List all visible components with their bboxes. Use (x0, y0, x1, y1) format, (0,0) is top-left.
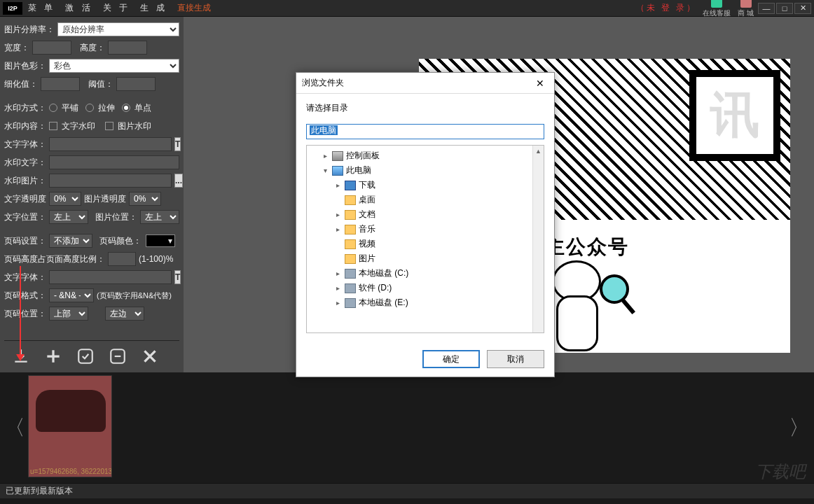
expand-icon[interactable]: ▸ (333, 211, 342, 218)
pg-font-label: 文字字体： (4, 272, 46, 284)
font-input[interactable] (49, 137, 172, 151)
fine-input[interactable] (41, 77, 80, 91)
thumbnail-caption: u=1579462686, 36222013 (30, 468, 112, 475)
tree-node-label: 本地磁盘 (E:) (359, 297, 408, 309)
colormode-label: 图片色彩： (4, 60, 46, 72)
tree-node-label: 软件 (D:) (359, 282, 392, 294)
menu-item[interactable]: 关 于 (103, 2, 130, 14)
deselect-button[interactable] (108, 346, 127, 366)
img-pos-select[interactable]: 左上 (140, 210, 179, 224)
folder-icon (345, 284, 356, 293)
select-all-button[interactable] (76, 346, 95, 366)
sidebar-toolbar (4, 340, 179, 368)
thumbnail-item[interactable]: u=1579462686, 36222013 (28, 375, 112, 477)
menu-direct-generate[interactable]: 直接生成 (177, 2, 211, 14)
minimize-button[interactable]: — (758, 3, 775, 14)
folder-icon (332, 166, 343, 176)
wm-single-radio[interactable] (122, 104, 130, 112)
folder-icon (345, 225, 356, 234)
next-arrow-icon[interactable]: 〉 (790, 400, 808, 456)
logo-char: 讯 (689, 70, 780, 161)
pg-pos-v-select[interactable]: 上部 (49, 307, 88, 321)
dialog-close-icon[interactable]: ✕ (532, 76, 549, 90)
page-set-select[interactable]: 不添加 (49, 234, 92, 248)
tree-node-label: 此电脑 (346, 164, 371, 176)
img-opacity-label: 图片透明度 (84, 193, 126, 205)
tree-node-label: 文档 (359, 209, 375, 220)
width-label: 宽度： (4, 42, 29, 54)
browse-folder-dialog: 浏览文件夹✕ 请选择目录 此电脑 ▲ ▸控制面板▾此电脑▸下载桌面▸文档▸音乐视… (296, 72, 555, 377)
resolution-label: 图片分辨率： (4, 24, 55, 36)
txt-opacity-select[interactable]: 0% (49, 192, 81, 206)
fine-label: 细化值： (4, 78, 38, 90)
maximize-button[interactable]: □ (776, 3, 793, 14)
folder-icon (332, 151, 343, 161)
ratio-input[interactable] (108, 252, 136, 266)
folder-icon (345, 239, 356, 249)
pg-pos-h-select[interactable]: 左边 (105, 307, 144, 321)
wm-img-label: 水印图片： (4, 175, 46, 187)
tree-node-label: 控制面板 (346, 150, 380, 162)
menu-item[interactable]: 生 成 (140, 2, 167, 14)
tree-node[interactable]: ▸下载 (308, 178, 542, 192)
wm-mode-label: 水印方式： (4, 102, 46, 114)
browse-button[interactable]: ... (174, 174, 183, 188)
dialog-prompt: 请选择目录 (306, 102, 544, 114)
support-icon[interactable]: 在线客服 (703, 0, 731, 18)
pg-font-picker-button[interactable]: T (174, 270, 181, 284)
height-input[interactable] (108, 41, 147, 55)
tree-scrollbar[interactable]: ▲ (532, 146, 544, 332)
svg-rect-0 (78, 349, 92, 363)
expand-icon[interactable]: ▸ (333, 181, 342, 189)
resolution-select[interactable]: 原始分辨率 (57, 22, 179, 36)
pg-font-input[interactable] (49, 270, 172, 284)
tree-node[interactable]: ▸文档 (308, 207, 542, 222)
tree-node[interactable]: ▸本地磁盘 (C:) (308, 266, 542, 281)
tree-node[interactable]: ▸本地磁盘 (E:) (308, 295, 542, 310)
width-input[interactable] (32, 41, 71, 55)
folder-icon (345, 254, 356, 264)
wm-text-input[interactable] (49, 155, 179, 169)
ok-button[interactable]: 确定 (422, 350, 480, 368)
colormode-select[interactable]: 彩色 (49, 59, 179, 73)
wm-text-label: 水印文字： (4, 157, 46, 169)
tree-node[interactable]: ▸音乐 (308, 222, 542, 237)
close-button[interactable]: ✕ (794, 3, 811, 14)
cancel-button[interactable]: 取消 (487, 350, 544, 368)
settings-panel: 图片分辨率：原始分辨率 宽度：高度： 图片色彩：彩色 细化值：阈值： 水印方式：… (0, 17, 184, 372)
folder-path-input[interactable]: 此电脑 (306, 124, 544, 139)
scroll-up-icon[interactable]: ▲ (533, 146, 544, 157)
expand-icon[interactable]: ▾ (321, 167, 329, 174)
tree-node[interactable]: ▸软件 (D:) (308, 281, 542, 295)
delete-button[interactable] (140, 346, 160, 366)
menu-item[interactable]: 激 活 (65, 2, 92, 14)
tree-node[interactable]: ▾此电脑 (308, 163, 542, 178)
wm-image-check[interactable] (105, 122, 113, 130)
txt-pos-select[interactable]: 左上 (49, 210, 88, 224)
expand-icon[interactable]: ▸ (333, 284, 342, 292)
add-button[interactable] (43, 346, 63, 366)
expand-icon[interactable]: ▸ (333, 225, 342, 233)
expand-icon[interactable]: ▸ (333, 299, 342, 307)
wm-text-check[interactable] (49, 122, 57, 130)
tree-node[interactable]: 图片 (308, 251, 542, 266)
thresh-input[interactable] (116, 77, 156, 91)
img-opacity-select[interactable]: 0% (129, 192, 161, 206)
login-status: （未 登 录） (636, 2, 698, 14)
prev-arrow-icon[interactable]: 〈 (6, 400, 24, 456)
tree-node[interactable]: 视频 (308, 237, 542, 251)
titlebar: I2P 菜 单 激 活 关 于 生 成 直接生成 （未 登 录） 在线客服 商 … (0, 0, 814, 17)
font-picker-button[interactable]: T (174, 137, 181, 151)
mascot-illustration (545, 260, 636, 372)
wm-stretch-radio[interactable] (85, 104, 94, 112)
expand-icon[interactable]: ▸ (333, 270, 342, 277)
menu-item[interactable]: 菜 单 (28, 2, 55, 14)
tree-node[interactable]: 桌面 (308, 192, 542, 207)
follow-text: 主公众号 (545, 234, 776, 260)
pg-fmt-select[interactable]: - &N& - (49, 288, 94, 302)
wm-img-input[interactable] (49, 174, 172, 188)
expand-icon[interactable]: ▸ (321, 152, 329, 160)
wm-tile-radio[interactable] (49, 104, 57, 112)
tree-node[interactable]: ▸控制面板 (308, 148, 542, 163)
store-icon[interactable]: 商 城 (738, 0, 754, 18)
